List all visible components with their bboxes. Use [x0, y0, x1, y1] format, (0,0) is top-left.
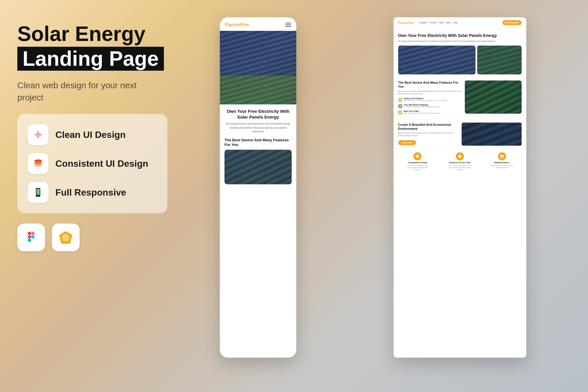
- feature-label-responsive: Full Responsive: [55, 187, 126, 198]
- solar-fill-large: [398, 46, 476, 74]
- right-panel: PanonPoe Features Product Solar About FA…: [349, 17, 571, 358]
- stat-icon-2: [456, 152, 464, 160]
- stat-title-1: Transparent Pricing: [408, 162, 427, 164]
- mobile-hero-image-1: [220, 31, 296, 76]
- nav-link-about[interactable]: About: [446, 22, 451, 24]
- svg-point-14: [31, 235, 35, 239]
- desktop-stats-section: Transparent Pricing The price is transpa…: [394, 149, 526, 174]
- desktop-hero-section: Own Your Free Electricity With Solar Pan…: [394, 28, 526, 46]
- desktop-feature-image: [465, 80, 522, 114]
- desktop-nav: PanonPoe Features Product Solar About FA…: [394, 17, 526, 28]
- feature-icon-consistent-ui: [28, 153, 48, 174]
- stat-body-2: You can ask any questions and also quest…: [448, 165, 471, 171]
- desktop-features-left: The Best Sevice And Many Features For Yo…: [398, 80, 461, 117]
- desktop-hero-images: [394, 46, 526, 77]
- feature-icon-responsive: [28, 182, 48, 203]
- desktop-logo: PanonPoe: [398, 21, 414, 25]
- desktop-cta-left: Create A Beautiful And Economical Enviro…: [398, 123, 458, 146]
- svg-rect-10: [28, 232, 31, 235]
- feature-text-1: Reduce Air Pollution Solar energy can he…: [404, 97, 447, 102]
- solar-fill-dark: [462, 123, 522, 146]
- mobile-hero-heading: Own Your Free Electricity With Solar Pan…: [224, 108, 292, 120]
- feature-item-responsive: Full Responsive: [28, 182, 157, 203]
- feature-body-2: Free shipping of solar panels throughout…: [404, 106, 440, 108]
- mobile-mockup-header: PanonPoe: [220, 17, 296, 31]
- page-wrapper: Solar Energy Landing Page Clean web desi…: [0, 0, 588, 392]
- feature-dot-inner-3: [399, 112, 401, 113]
- nav-link-faq[interactable]: FAQ: [454, 22, 458, 24]
- feature-title-1: Reduce Air Pollution: [404, 97, 447, 100]
- title-block: Solar Energy Landing Page: [17, 23, 167, 71]
- feature-item-clean-ui: Clean UI Design: [28, 124, 157, 145]
- feature-dot-2: [398, 104, 402, 108]
- learn-more-button[interactable]: Learn more: [398, 140, 416, 145]
- feature-list-item-3: Best Price Offer Very cheap prices that …: [398, 110, 461, 115]
- nav-link-product[interactable]: Product: [430, 22, 437, 24]
- stat-icon-1: [413, 152, 422, 160]
- mobile-hero-image-2: [220, 76, 296, 104]
- layers-icon: [33, 158, 44, 169]
- figma-icon: [24, 230, 39, 245]
- feature-dot-inner-2: [399, 105, 401, 107]
- title-line2-wrap: Landing Page: [17, 47, 164, 71]
- svg-rect-12: [28, 235, 31, 239]
- desktop-cta-body: We are the best solar energy provider in…: [398, 132, 458, 137]
- solar-fill-small: [477, 46, 521, 74]
- stat-body-1: The price is transparent and also compar…: [406, 165, 429, 171]
- desktop-nav-links: Features Product Solar About FAQ: [419, 22, 499, 24]
- left-panel: Solar Energy Landing Page Clean web desi…: [17, 17, 167, 251]
- feature-dot-inner-1: [399, 99, 401, 101]
- desktop-mockup: PanonPoe Features Product Solar About FA…: [394, 17, 526, 358]
- mobile-content: Own Your Free Electricity With Solar Pan…: [220, 104, 296, 358]
- stat-icon-inner-3: [500, 155, 504, 158]
- title-line1: Solar Energy: [17, 23, 167, 45]
- phone-icon: [33, 187, 44, 198]
- desktop-cta-right: [462, 123, 522, 146]
- feature-label-consistent-ui: Consistent UI Design: [55, 158, 148, 169]
- feature-list-item-1: Reduce Air Pollution Solar energy can he…: [398, 97, 461, 102]
- feature-text-3: Best Price Offer Very cheap prices that …: [404, 110, 440, 115]
- feature-icon-clean-ui: [28, 124, 48, 145]
- svg-rect-11: [31, 232, 35, 235]
- stat-item-3: Safety Number 1 We guarantee the safety …: [490, 152, 514, 171]
- desktop-features-right: [465, 80, 522, 117]
- desktop-section2-title: The Best Sevice And Many Features For Yo…: [398, 80, 461, 89]
- solar-panel-visual-2: [220, 76, 296, 104]
- desktop-hero-image-large: [398, 46, 476, 74]
- desktop-cta-title: Create A Beautiful And Economical Enviro…: [398, 123, 458, 131]
- tools-row: [17, 224, 167, 251]
- hamburger-icon[interactable]: [285, 23, 291, 27]
- svg-point-5: [34, 164, 42, 167]
- feature-body-3: Very cheap prices that can be reached by…: [404, 112, 440, 115]
- stat-title-2: Customer Service 24/7: [449, 162, 471, 164]
- solar-panel-visual-1: [220, 31, 296, 76]
- feature-dot-1: [398, 98, 402, 102]
- svg-point-2: [37, 134, 39, 136]
- desktop-features-section: The Best Sevice And Many Features For Yo…: [394, 77, 526, 119]
- stat-icon-inner-2: [458, 155, 462, 158]
- mobile-feature-image: [224, 150, 292, 184]
- desktop-section2-body: We will help you through ordering renewa…: [398, 90, 461, 95]
- mobile-logo: PanonPoe: [225, 22, 249, 28]
- title-line2: Landing Page: [23, 47, 159, 70]
- solar-panel-visual-3: [224, 150, 292, 184]
- figma-icon-wrap: [17, 224, 45, 251]
- stat-icon-3: [498, 152, 506, 160]
- book-now-button[interactable]: Booking Now!: [502, 20, 522, 25]
- desktop-hero-body: We supply homes and businesses lth renew…: [398, 40, 522, 43]
- desktop-hero-title: Own Your Free Electricity With Solar Pan…: [398, 33, 522, 38]
- subtitle: Clean web design for your next project: [17, 79, 138, 104]
- desktop-cta-section: Create A Beautiful And Economical Enviro…: [394, 119, 526, 149]
- nav-link-features[interactable]: Features: [419, 22, 427, 24]
- stat-item-1: Transparent Pricing The price is transpa…: [406, 152, 429, 171]
- sparkle-icon: [33, 129, 44, 140]
- nav-link-solar[interactable]: Solar: [439, 22, 443, 24]
- mobile-hero-body: We supply homes and businesses lth renew…: [224, 122, 292, 134]
- sketch-icon: [57, 230, 74, 245]
- feature-title-3: Best Price Offer: [404, 110, 440, 112]
- mobile-mockup: PanonPoe Own Your Free Electricity With …: [220, 17, 296, 358]
- center-panel: PanonPoe Own Your Free Electricity With …: [179, 17, 337, 358]
- stat-title-3: Safety Number 1: [494, 162, 510, 164]
- mobile-section2-title: The Best Sevice And Many Features For Yo…: [224, 138, 292, 148]
- desktop-cta-image: [462, 123, 522, 146]
